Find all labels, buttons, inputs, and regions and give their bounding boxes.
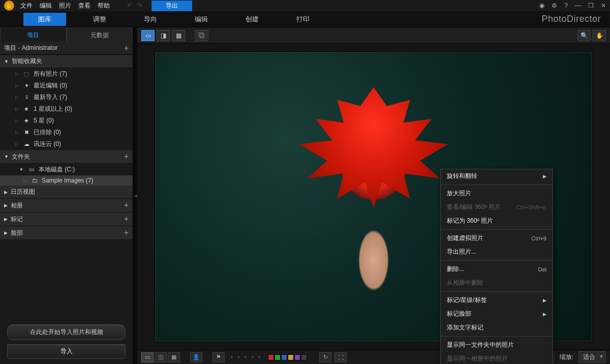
- layout-2-icon[interactable]: ◫: [155, 352, 167, 362]
- main-tab-bar: 图库 调整 导向 编辑 创建 打印 PhotoDirector: [0, 11, 610, 27]
- ctx-enlarge[interactable]: 放大照片: [441, 187, 553, 200]
- pan-icon[interactable]: ✋: [593, 30, 606, 41]
- ctx-export[interactable]: 导出照片...: [441, 245, 553, 259]
- add-folder-icon[interactable]: +: [124, 152, 129, 161]
- menu-file[interactable]: 文件: [20, 2, 33, 10]
- swatch-yellow[interactable]: [288, 354, 294, 360]
- menu-photo[interactable]: 照片: [59, 2, 71, 10]
- swatch-gray[interactable]: [301, 354, 307, 360]
- chevron-right-icon: ▶: [543, 312, 546, 317]
- smart-recent-edit[interactable]: ▷✦最近编辑 (0): [0, 80, 133, 92]
- smart-recent-import[interactable]: ▷⇩最新导入 (7): [0, 92, 133, 103]
- settings-icon[interactable]: ⚙: [552, 2, 557, 9]
- download-icon: ⇩: [22, 94, 30, 101]
- add-project-icon[interactable]: +: [124, 44, 129, 53]
- ctx-show-folder[interactable]: 显示同一文件夹中的照片: [441, 338, 553, 352]
- tab-edit[interactable]: 编辑: [176, 13, 227, 26]
- redo-icon[interactable]: ↷: [137, 2, 142, 9]
- view-grid-icon[interactable]: ▦: [172, 30, 185, 41]
- ctx-delete[interactable]: 删除...Del: [441, 262, 553, 276]
- smart-all-photos[interactable]: ▷⬚所有照片 (7): [0, 68, 133, 80]
- section-calendar-label: 日历视图: [11, 188, 35, 196]
- chevron-right-icon: ▶: [543, 174, 546, 179]
- maximize-icon[interactable]: ❐: [588, 2, 594, 9]
- view-compare-icon[interactable]: ◨: [157, 30, 170, 41]
- section-face[interactable]: ▶ 脸部 +: [0, 226, 133, 240]
- app-logo-icon: ✋: [4, 1, 14, 11]
- close-icon[interactable]: ✕: [601, 2, 606, 9]
- ctx-add-text-tag[interactable]: 添加文字标记: [441, 321, 553, 335]
- add-album-icon[interactable]: +: [124, 201, 129, 210]
- side-tab-project[interactable]: 项目: [0, 27, 67, 42]
- export-button[interactable]: 导出: [151, 1, 192, 11]
- ctx-mark-360[interactable]: 标记为 360º 照片: [441, 214, 553, 228]
- ctx-rotate-flip[interactable]: 旋转和翻转▶: [441, 169, 553, 183]
- import-button[interactable]: 导入: [7, 344, 126, 359]
- smart-excluded[interactable]: ▷✖已排除 (0): [0, 127, 133, 138]
- swatch-purple[interactable]: [294, 354, 300, 360]
- menu-view[interactable]: 查看: [78, 2, 90, 10]
- viewer: ▭ ◨ ▦ ⿻ 🔍 ✋ 旋转和翻转▶ 放大照片 查看/编辑 360º 照片Ctr…: [137, 27, 610, 364]
- ctx-view-360: 查看/编辑 360º 照片Ctrl+Shift+E: [441, 200, 553, 214]
- add-tag-icon[interactable]: +: [124, 215, 129, 224]
- reject-icon: ✖: [22, 129, 30, 136]
- menu-help[interactable]: 帮助: [98, 2, 110, 10]
- view-single-icon[interactable]: ▭: [141, 30, 155, 41]
- help-icon[interactable]: ?: [564, 2, 568, 9]
- ctx-tag-face[interactable]: 标记脸部▶: [441, 307, 553, 321]
- tab-print[interactable]: 打印: [278, 13, 328, 26]
- section-album[interactable]: ▶ 相册 +: [0, 199, 133, 213]
- star-icon: ★: [22, 117, 30, 124]
- chevron-right-icon: ▶: [4, 203, 8, 208]
- section-tag[interactable]: ▶ 标记 +: [0, 213, 133, 226]
- section-calendar[interactable]: ▶ 日历视图: [0, 186, 133, 199]
- folder-drive[interactable]: ▼▭本地磁盘 (C:): [0, 164, 133, 175]
- smart-1star[interactable]: ▷★1 星或以上 (0): [0, 103, 133, 115]
- smart-cloud[interactable]: ▷☁讯连云 (0): [0, 138, 133, 150]
- sidebar: 项目 元数据 项目 - Administrator + ▼ 智能收藏夹 ▷⬚所有…: [0, 27, 133, 364]
- undo-icon[interactable]: ↶: [127, 2, 132, 9]
- section-folders-label: 文件夹: [12, 153, 30, 161]
- menu-edit[interactable]: 编辑: [40, 2, 52, 10]
- tab-guided[interactable]: 导向: [125, 13, 176, 26]
- side-tab-metadata[interactable]: 元数据: [67, 27, 133, 42]
- swatch-blue[interactable]: [281, 354, 287, 360]
- ctx-flags[interactable]: 标记/星级/标签▶: [441, 293, 553, 307]
- import-hint[interactable]: 在此处开始导入照片和视频: [7, 324, 126, 340]
- flag-icon[interactable]: ⚑: [212, 352, 225, 362]
- section-album-label: 相册: [11, 201, 23, 210]
- search-icon[interactable]: 🔍: [577, 30, 591, 41]
- title-bar: ✋ 文件 编辑 照片 查看 帮助 ↶ ↷ 导出 ◉ ⚙ ? — ❐ ✕: [0, 0, 610, 11]
- section-folders[interactable]: ▼ 文件夹 +: [0, 150, 133, 164]
- face-tag-icon[interactable]: 👤: [190, 352, 202, 362]
- view-secondary-icon[interactable]: ⿻: [195, 30, 208, 41]
- layout-1-icon[interactable]: ▭: [141, 352, 154, 362]
- tab-library[interactable]: 图库: [23, 13, 66, 26]
- section-face-label: 脸部: [11, 229, 23, 237]
- project-title: 项目 - Administrator: [4, 44, 57, 52]
- crop-icon[interactable]: ⛶: [334, 352, 347, 362]
- tab-adjust[interactable]: 调整: [74, 13, 125, 26]
- color-labels: [268, 354, 307, 360]
- smart-5star[interactable]: ▷★5 星 (0): [0, 115, 133, 127]
- rating-dots[interactable]: • • • • •: [231, 354, 262, 361]
- add-face-icon[interactable]: +: [124, 228, 129, 237]
- section-tag-label: 标记: [11, 215, 23, 224]
- chevron-right-icon: ▶: [4, 190, 8, 195]
- zoom-select[interactable]: 适合: [578, 351, 606, 363]
- chevron-right-icon: ▶: [4, 230, 8, 235]
- canvas[interactable]: 旋转和翻转▶ 放大照片 查看/编辑 360º 照片Ctrl+Shift+E 标记…: [137, 44, 610, 350]
- swatch-green[interactable]: [274, 354, 281, 360]
- folder-sample-images[interactable]: ▷🗀Sample Images (7): [0, 175, 133, 186]
- minimize-icon[interactable]: —: [575, 2, 581, 9]
- section-smart[interactable]: ▼ 智能收藏夹: [0, 55, 133, 68]
- cloud-icon: ☁: [22, 141, 30, 147]
- layout-3-icon[interactable]: ▦: [168, 352, 180, 362]
- notification-icon[interactable]: ◉: [539, 2, 544, 9]
- ctx-virtual-copy[interactable]: 创建虚拟照片Ctrl+9: [441, 231, 553, 245]
- folder-icon: 🗀: [30, 177, 39, 184]
- swatch-red[interactable]: [268, 354, 274, 360]
- tab-create[interactable]: 创建: [227, 13, 278, 26]
- splitter[interactable]: ◀: [133, 27, 137, 364]
- rotate-icon[interactable]: ↻: [319, 352, 331, 362]
